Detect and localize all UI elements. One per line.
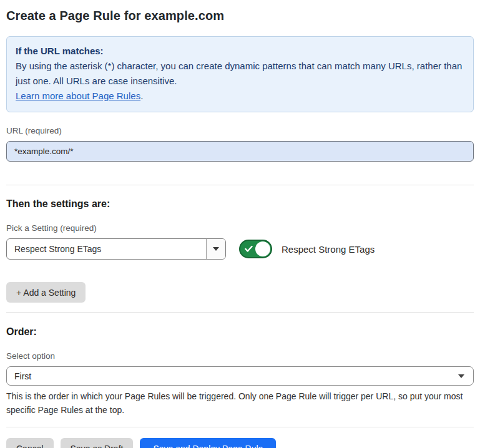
order-select-value: First: [14, 371, 31, 381]
setting-select-value: Respect Strong ETags: [7, 239, 206, 259]
info-box-heading: If the URL matches:: [16, 44, 464, 59]
learn-more-link[interactable]: Learn more about Page Rules: [16, 90, 140, 101]
save-as-draft-button[interactable]: Save as Draft: [61, 438, 134, 448]
etags-toggle[interactable]: [239, 240, 272, 258]
divider: [6, 427, 474, 427]
url-input[interactable]: [6, 141, 474, 162]
toggle-label: Respect Strong ETags: [282, 244, 375, 255]
etags-toggle-group: Respect Strong ETags: [239, 240, 375, 258]
info-box-body: By using the asterisk (*) character, you…: [16, 59, 464, 89]
order-help-text: This is the order in which your Page Rul…: [6, 389, 474, 417]
chevron-down-icon: [213, 247, 219, 251]
chevron-down-icon: [458, 374, 464, 378]
page-rule-form: Create a Page Rule for example.com If th…: [0, 0, 480, 448]
url-match-info-box: If the URL matches: By using the asteris…: [6, 36, 474, 112]
order-section-heading: Order:: [6, 326, 474, 338]
add-setting-button[interactable]: + Add a Setting: [6, 282, 86, 303]
order-select[interactable]: First: [6, 366, 474, 386]
setting-select-arrow-button[interactable]: [206, 239, 225, 259]
settings-section-heading: Then the settings are:: [6, 198, 474, 210]
divider: [6, 312, 474, 313]
divider: [6, 185, 474, 185]
footer-button-row: Cancel Save as Draft Save and Deploy Pag…: [6, 438, 474, 448]
url-field-label: URL (required): [6, 126, 474, 135]
check-icon: [245, 246, 253, 253]
order-select-label: Select option: [6, 351, 474, 361]
toggle-knob: [255, 241, 270, 256]
setting-row: Respect Strong ETags Respect Strong ETag…: [6, 238, 474, 260]
save-and-deploy-button[interactable]: Save and Deploy Page Rule: [140, 438, 276, 448]
setting-picker-label: Pick a Setting (required): [6, 223, 474, 233]
link-suffix: .: [140, 90, 143, 101]
setting-select[interactable]: Respect Strong ETags: [6, 238, 226, 260]
cancel-button[interactable]: Cancel: [6, 438, 54, 448]
info-box-link-line: Learn more about Page Rules.: [16, 89, 464, 104]
page-title: Create a Page Rule for example.com: [6, 9, 474, 23]
